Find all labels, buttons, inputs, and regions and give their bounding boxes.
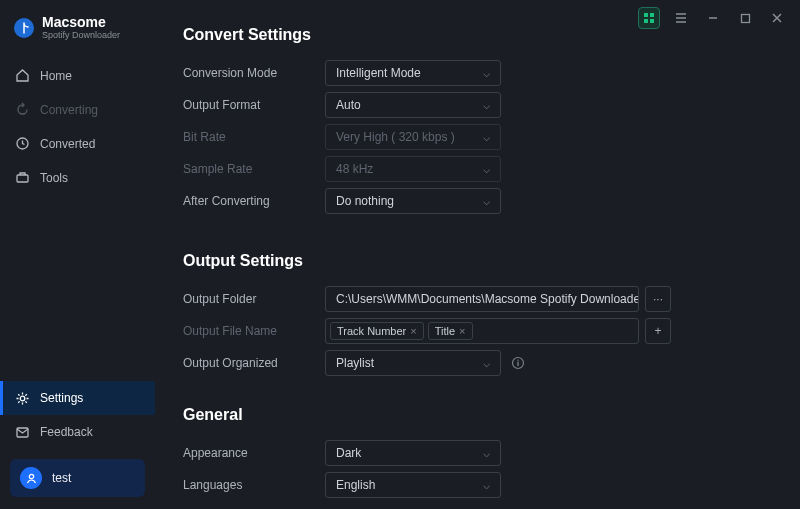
sidebar-item-feedback[interactable]: Feedback [0, 415, 155, 449]
sidebar-item-label: Settings [40, 391, 83, 405]
sidebar-item-converting[interactable]: Converting [0, 93, 155, 127]
svg-rect-0 [644, 13, 648, 17]
output-folder-path[interactable]: C:\Users\WMM\Documents\Macsome Spotify D… [325, 286, 639, 312]
label-languages: Languages [183, 478, 325, 492]
remove-tag-icon[interactable]: × [410, 325, 416, 337]
user-name: test [52, 471, 71, 485]
clock-icon [14, 136, 30, 152]
select-output-organized[interactable]: Playlist ⌵ [325, 350, 501, 376]
remove-tag-icon[interactable]: × [459, 325, 465, 337]
brand-title: Macsome [42, 15, 120, 29]
sidebar-item-tools[interactable]: Tools [0, 161, 155, 195]
main-panel: Convert Settings Conversion Mode Intelli… [155, 0, 800, 509]
tag-track-number: Track Number× [330, 322, 424, 340]
close-button[interactable] [766, 7, 788, 29]
label-after-converting: After Converting [183, 194, 325, 208]
maximize-button[interactable] [734, 7, 756, 29]
select-bit-rate: Very High ( 320 kbps ) ⌵ [325, 124, 501, 150]
user-pill[interactable]: test [10, 459, 145, 497]
tag-title: Title× [428, 322, 473, 340]
sidebar-item-label: Converted [40, 137, 95, 151]
titlebar [638, 0, 800, 36]
svg-rect-6 [17, 175, 28, 182]
grid-view-button[interactable] [638, 7, 660, 29]
label-output-format: Output Format [183, 98, 325, 112]
section-heading-general: General [183, 406, 772, 424]
gear-icon [14, 390, 30, 406]
label-conversion-mode: Conversion Mode [183, 66, 325, 80]
sidebar-item-label: Converting [40, 103, 98, 117]
brand: Macsome Spotify Downloader [0, 10, 155, 59]
add-tag-button[interactable]: + [645, 318, 671, 344]
info-icon[interactable] [511, 356, 525, 370]
sidebar-item-home[interactable]: Home [0, 59, 155, 93]
chevron-down-icon: ⌵ [483, 356, 490, 370]
sidebar-item-settings[interactable]: Settings [0, 381, 155, 415]
chevron-down-icon: ⌵ [483, 162, 490, 176]
svg-point-9 [29, 474, 33, 478]
select-output-format[interactable]: Auto ⌵ [325, 92, 501, 118]
label-output-folder: Output Folder [183, 292, 325, 306]
chevron-down-icon: ⌵ [483, 194, 490, 208]
select-appearance[interactable]: Dark ⌵ [325, 440, 501, 466]
svg-rect-1 [650, 13, 654, 17]
browse-folder-button[interactable]: ··· [645, 286, 671, 312]
sidebar-item-label: Tools [40, 171, 68, 185]
sidebar: Macsome Spotify Downloader Home Converti… [0, 0, 155, 509]
select-after-converting[interactable]: Do nothing ⌵ [325, 188, 501, 214]
brand-logo-icon [14, 18, 34, 38]
svg-point-7 [20, 396, 25, 401]
label-output-file-name: Output File Name [183, 324, 325, 338]
minimize-button[interactable] [702, 7, 724, 29]
select-conversion-mode[interactable]: Intelligent Mode ⌵ [325, 60, 501, 86]
sidebar-item-label: Feedback [40, 425, 93, 439]
mail-icon [14, 424, 30, 440]
select-languages[interactable]: English ⌵ [325, 472, 501, 498]
svg-rect-3 [650, 19, 654, 23]
chevron-down-icon: ⌵ [483, 446, 490, 460]
sidebar-item-converted[interactable]: Converted [0, 127, 155, 161]
output-file-name-tags[interactable]: Track Number× Title× [325, 318, 639, 344]
chevron-down-icon: ⌵ [483, 66, 490, 80]
home-icon [14, 68, 30, 84]
label-bit-rate: Bit Rate [183, 130, 325, 144]
label-sample-rate: Sample Rate [183, 162, 325, 176]
refresh-icon [14, 102, 30, 118]
chevron-down-icon: ⌵ [483, 478, 490, 492]
chevron-down-icon: ⌵ [483, 130, 490, 144]
svg-rect-2 [644, 19, 648, 23]
menu-icon[interactable] [670, 7, 692, 29]
section-heading-output: Output Settings [183, 252, 772, 270]
sidebar-item-label: Home [40, 69, 72, 83]
label-appearance: Appearance [183, 446, 325, 460]
brand-subtitle: Spotify Downloader [42, 31, 120, 41]
avatar-icon [20, 467, 42, 489]
label-output-organized: Output Organized [183, 356, 325, 370]
chevron-down-icon: ⌵ [483, 98, 490, 112]
svg-rect-4 [741, 14, 749, 22]
select-sample-rate: 48 kHz ⌵ [325, 156, 501, 182]
toolbox-icon [14, 170, 30, 186]
